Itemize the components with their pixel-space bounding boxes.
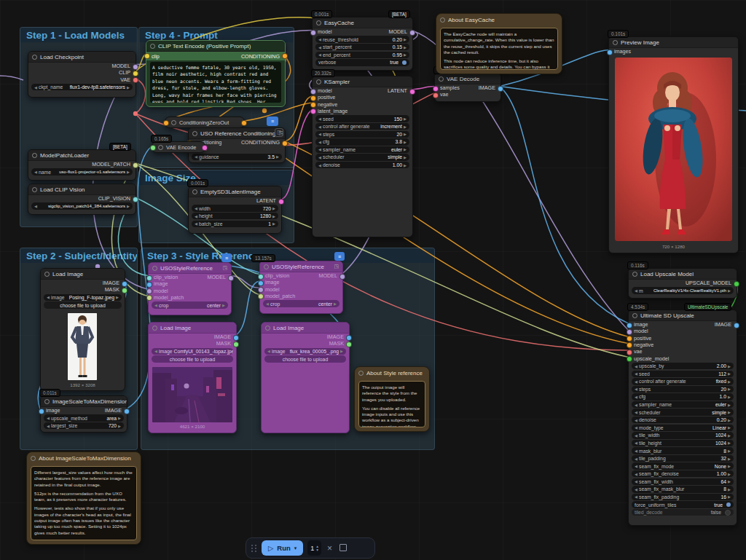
arrow-right-icon[interactable]: ▶ — [728, 425, 731, 430]
arrow-right-icon[interactable]: ▶ — [728, 364, 731, 368]
node-header[interactable]: Preview Image — [609, 37, 738, 48]
widget-scheduler[interactable]: ◀schedulersimple▶ — [632, 409, 734, 415]
arrow-right-icon[interactable]: ▶ — [728, 479, 731, 484]
expand-icon[interactable]: ◳ — [334, 264, 339, 269]
widget-cfg[interactable]: ◀cfg1.0▶ — [632, 393, 734, 400]
collapse-dot-icon[interactable] — [192, 189, 197, 194]
arrow-right-icon[interactable]: ▶ — [728, 403, 731, 407]
node-header[interactable]: Load Checkpoint — [28, 52, 136, 63]
widget-tiled_decode[interactable]: tiled_decodefalse — [632, 509, 734, 516]
arrow-left-icon[interactable]: ◀ — [154, 303, 157, 307]
upload-button[interactable]: choose file to upload — [152, 355, 233, 362]
arrow-left-icon[interactable]: ◀ — [635, 433, 637, 438]
arrow-right-icon[interactable]: ▶ — [404, 37, 407, 42]
widget-image[interactable]: ◀imageComfyUI_00143_-topaz.jpeg▶ — [152, 348, 233, 355]
arrow-left-icon[interactable]: ◀ — [318, 117, 321, 121]
arrow-right-icon[interactable]: ▶ — [728, 472, 731, 476]
group-title-bar[interactable]: Step 1 - Load Models — [20, 28, 137, 42]
port-out-dot[interactable] — [133, 162, 138, 168]
arrow-left-icon[interactable]: ◀ — [635, 395, 637, 399]
queue-badge-icon[interactable]: ≡ — [221, 253, 232, 262]
node-load_upscale[interactable]: Load Upscale ModelUPSCALE_MODEL◀mClearRe… — [628, 268, 737, 299]
arrow-right-icon[interactable]: ▶ — [272, 214, 275, 218]
node-ksampler[interactable]: KSamplermodelLATENTpositivenegativelaten… — [312, 76, 413, 237]
node-header[interactable]: USOStyleReference◳ — [149, 263, 231, 274]
port-out-dot[interactable] — [734, 281, 739, 287]
widget-seam_fix_mask_blur[interactable]: ◀seam_fix_mask_blur8▶ — [632, 486, 734, 492]
arrow-right-icon[interactable]: ▶ — [404, 140, 407, 144]
stop-button[interactable] — [338, 543, 348, 553]
port-out-dot[interactable] — [133, 77, 138, 83]
upload-button[interactable]: choose file to upload — [264, 355, 346, 362]
node-graph-canvas[interactable]: ▷ Run ▾ 1 ▴▾ × Step 1 - Load ModelsStep … — [0, 0, 746, 560]
widget-crop[interactable]: ◀cropcenter▶ — [263, 300, 339, 307]
node-preview_image[interactable]: Preview Imageimages720 × 12800.101s — [608, 36, 739, 253]
arrow-right-icon[interactable]: ▶ — [118, 424, 121, 428]
node-uso_style_1[interactable]: USOStyleReference◳clip_visionMODELimagem… — [148, 262, 232, 315]
arrow-left-icon[interactable]: ◀ — [318, 45, 321, 50]
group-title-bar[interactable]: Image Size — [139, 170, 294, 185]
arrow-right-icon[interactable]: ▶ — [116, 295, 119, 299]
note-note_easycache[interactable]: About EasyCacheThe EasyCache node will m… — [436, 13, 562, 74]
node-conditioning_zero_out[interactable]: ConditioningZeroOut — [165, 117, 245, 128]
node-header[interactable]: Load Image — [262, 323, 349, 334]
arrow-left-icon[interactable]: ◀ — [635, 288, 637, 293]
node-easycache[interactable]: EasyCachemodelMODEL◀reuse_threshold0.20▶… — [312, 17, 413, 71]
node-clip_text_encode[interactable]: CLIP Text Encode (Positive Prompt)clipCO… — [146, 40, 286, 107]
arrow-left-icon[interactable]: ◀ — [635, 441, 637, 445]
collapse-dot-icon[interactable] — [440, 17, 445, 23]
node-load_image_style2[interactable]: Load ImageIMAGEMASK◀imageflux_krea_00005… — [261, 322, 350, 433]
widget-value[interactable]: ◀sigclip_vision_patch14_384.safetensors▶ — [31, 202, 133, 209]
arrow-left-icon[interactable]: ◀ — [318, 147, 321, 151]
port-in-dot[interactable] — [607, 50, 613, 55]
widget-mode_type[interactable]: ◀mode_typeLinear▶ — [632, 425, 734, 431]
widget-start_percent[interactable]: ◀start_percent0.15▶ — [315, 44, 409, 50]
arrow-right-icon[interactable]: ▶ — [404, 147, 407, 151]
arrow-right-icon[interactable]: ▶ — [728, 387, 731, 391]
arrow-left-icon[interactable]: ◀ — [635, 425, 637, 430]
widget-seed[interactable]: ◀seed112▶ — [632, 371, 734, 377]
arrow-right-icon[interactable]: ▶ — [404, 163, 407, 167]
widget-seam_fix_denoise[interactable]: ◀seam_fix_denoise1.00▶ — [632, 470, 734, 477]
port-in-dot[interactable] — [163, 120, 169, 126]
node-header[interactable]: CLIP Text Encode (Positive Prompt) — [146, 41, 285, 52]
arrow-left-icon[interactable]: ◀ — [195, 221, 197, 226]
widget-control-after-generate[interactable]: ◀control after generateincrement▶ — [315, 123, 409, 130]
widget-crop[interactable]: ◀cropcenter▶ — [152, 301, 228, 308]
arrow-left-icon[interactable]: ◀ — [318, 37, 321, 42]
port-in-dot[interactable] — [627, 356, 632, 362]
arrow-right-icon[interactable]: ▶ — [272, 221, 275, 226]
arrow-left-icon[interactable]: ◀ — [635, 364, 637, 368]
arrow-left-icon[interactable]: ◀ — [47, 416, 50, 420]
widget-tile_height[interactable]: ◀tile_height1024▶ — [632, 440, 734, 446]
collapse-dot-icon[interactable] — [265, 326, 270, 331]
collapse-dot-icon[interactable] — [158, 145, 163, 150]
arrow-left-icon[interactable]: ◀ — [34, 204, 37, 208]
collapse-dot-icon[interactable] — [632, 313, 637, 318]
arrow-right-icon[interactable]: ▶ — [728, 395, 731, 399]
port-in-dot[interactable] — [144, 53, 150, 59]
widget-steps[interactable]: ◀steps20▶ — [632, 386, 734, 393]
node-header[interactable]: VAE Decode — [435, 74, 500, 84]
arrow-right-icon[interactable]: ▶ — [728, 410, 731, 414]
node-vae_encode[interactable]: VAE Encode0.165s — [152, 141, 205, 153]
node-header[interactable]: EmptySD3LatentImage — [189, 186, 281, 197]
arrow-left-icon[interactable]: ◀ — [154, 349, 157, 353]
arrow-left-icon[interactable]: ◀ — [635, 418, 637, 422]
widget-end_percent[interactable]: ◀end_percent0.95▶ — [315, 52, 409, 58]
arrow-right-icon[interactable]: ▶ — [404, 132, 407, 136]
node-header[interactable]: Load Upscale Model — [629, 269, 737, 280]
node-header[interactable]: KSampler — [313, 76, 412, 87]
arrow-left-icon[interactable]: ◀ — [318, 140, 321, 144]
collapse-dot-icon[interactable] — [31, 456, 36, 461]
arrow-left-icon[interactable]: ◀ — [635, 379, 637, 384]
widget-sampler_name[interactable]: ◀sampler_nameeuler▶ — [632, 401, 734, 408]
arrow-right-icon[interactable]: ▶ — [728, 464, 731, 468]
arrow-right-icon[interactable]: ▶ — [118, 416, 121, 420]
arrow-left-icon[interactable]: ◀ — [318, 132, 321, 136]
widget-denoise[interactable]: ◀denoise1.00▶ — [315, 162, 409, 168]
widget-upscale_method[interactable]: ◀upscale_methodarea▶ — [44, 414, 124, 421]
collapse-dot-icon[interactable] — [152, 266, 157, 271]
arrow-right-icon[interactable]: ▶ — [728, 457, 731, 461]
collapse-dot-icon[interactable] — [264, 264, 269, 269]
